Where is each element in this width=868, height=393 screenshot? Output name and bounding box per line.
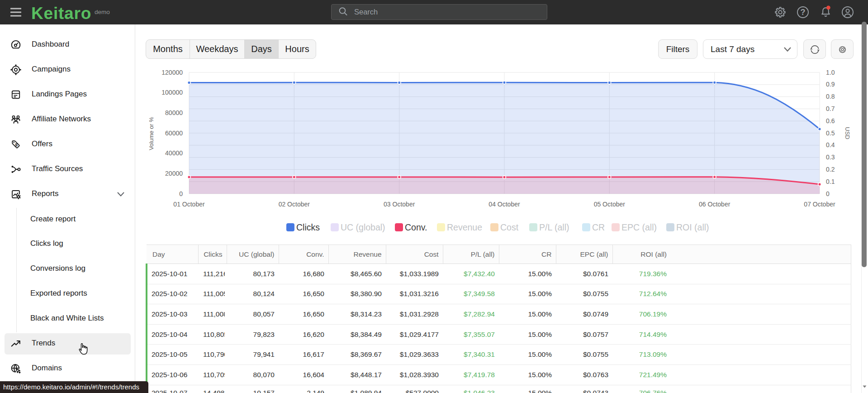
svg-text:0.4: 0.4 (826, 141, 835, 149)
svg-text:02 October: 02 October (279, 201, 310, 208)
svg-text:05 October: 05 October (594, 201, 626, 208)
svg-text:0.3: 0.3 (826, 153, 835, 161)
svg-text:60000: 60000 (165, 129, 183, 137)
svg-text:01 October: 01 October (173, 201, 205, 208)
svg-text:20000: 20000 (165, 170, 183, 177)
svg-text:0: 0 (826, 190, 830, 197)
svg-text:0.2: 0.2 (826, 166, 835, 173)
svg-text:80000: 80000 (165, 109, 183, 116)
svg-text:USD: USD (844, 127, 851, 139)
svg-text:07 October: 07 October (804, 201, 835, 208)
svg-text:0.7: 0.7 (826, 105, 835, 112)
svg-text:100000: 100000 (161, 89, 183, 96)
svg-text:03 October: 03 October (384, 201, 415, 208)
svg-text:04 October: 04 October (489, 201, 520, 208)
svg-text:0: 0 (179, 190, 183, 197)
svg-text:0.6: 0.6 (826, 117, 835, 125)
svg-text:0.8: 0.8 (826, 93, 835, 100)
svg-text:1.0: 1.0 (826, 69, 835, 76)
svg-text:120000: 120000 (161, 69, 183, 76)
svg-text:0.5: 0.5 (826, 129, 835, 137)
svg-text:40000: 40000 (165, 149, 183, 157)
svg-text:0.9: 0.9 (826, 81, 835, 88)
svg-text:Volume or %: Volume or % (148, 117, 155, 150)
svg-text:0.1: 0.1 (826, 178, 835, 185)
svg-text:06 October: 06 October (699, 201, 730, 208)
